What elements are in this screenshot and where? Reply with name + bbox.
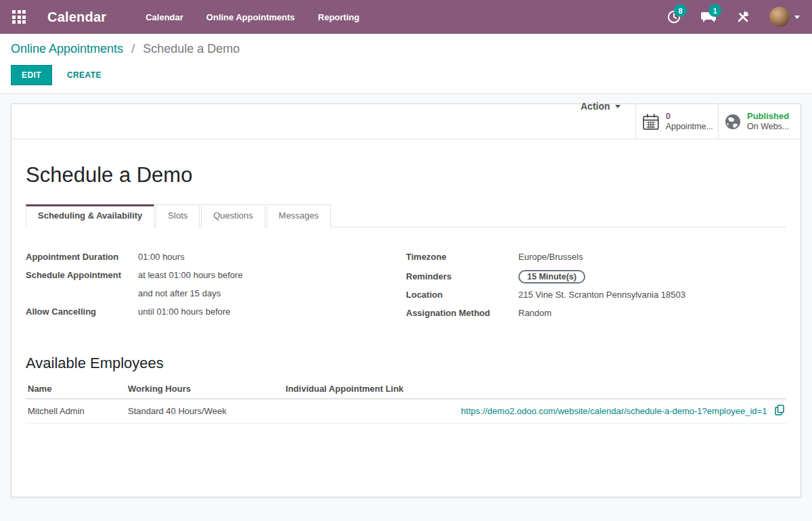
- breadcrumb-current: Schedule a Demo: [143, 42, 240, 55]
- tab-slots[interactable]: Slots: [156, 204, 200, 227]
- field-value: 215 Vine St. Scranton Pennsylvania 18503: [518, 290, 685, 300]
- fields-left-column: Appointment Duration 01:00 hours Schedul…: [26, 252, 406, 326]
- form-card: 0 Appointme... Published On Webs... Sche…: [11, 104, 801, 497]
- nav-item-online-appointments[interactable]: Online Appointments: [206, 12, 295, 22]
- field-allow-cancelling: Allow Cancelling until 01:00 hours befor…: [26, 307, 406, 319]
- field-value: at least 01:00 hours before: [138, 270, 243, 280]
- field-timezone: Timezone Europe/Brussels: [406, 252, 786, 264]
- nav-item-calendar[interactable]: Calendar: [145, 12, 183, 22]
- field-value: Random: [518, 308, 551, 318]
- field-reminders: Reminders 15 Minute(s): [406, 270, 786, 284]
- appointments-label: Appointme...: [666, 122, 713, 133]
- stat-button-box: 0 Appointme... Published On Webs...: [12, 104, 800, 139]
- support-tools-button[interactable]: [735, 9, 751, 25]
- employee-name: Mitchell Admin: [26, 399, 126, 424]
- app-name[interactable]: Calendar: [47, 9, 106, 25]
- field-label: Schedule Appointment: [26, 270, 138, 280]
- published-status: Published: [747, 111, 789, 122]
- field-label: Allow Cancelling: [26, 307, 138, 317]
- edit-button[interactable]: EDIT: [11, 65, 52, 85]
- field-grid: Appointment Duration 01:00 hours Schedul…: [26, 252, 786, 326]
- employee-link-cell: https://demo2.odoo.com/website/calendar/…: [284, 399, 786, 424]
- field-value: until 01:00 hours before: [138, 307, 231, 317]
- control-panel-buttons: EDIT CREATE: [11, 65, 801, 85]
- employees-table-header: Name Working Hours Individual Appointmen…: [26, 379, 786, 399]
- copy-icon[interactable]: [775, 405, 784, 417]
- employee-working-hours: Standard 40 Hours/Week: [126, 399, 284, 424]
- wrench-icon: [736, 9, 750, 24]
- website-label: On Webs...: [747, 122, 789, 133]
- chevron-down-icon: [794, 16, 800, 19]
- field-appointment-duration: Appointment Duration 01:00 hours: [26, 252, 406, 264]
- action-dropdown-label: Action: [581, 101, 610, 112]
- apps-grid-icon: [12, 10, 26, 24]
- column-header-appointment-link[interactable]: Individual Appointment Link: [284, 379, 786, 399]
- breadcrumb: Online Appointments / Schedule a Demo: [11, 42, 801, 56]
- field-value: 01:00 hours: [138, 252, 185, 262]
- tab-questions[interactable]: Questions: [201, 204, 265, 227]
- field-location: Location 215 Vine St. Scranton Pennsylva…: [406, 290, 786, 302]
- message-badge: 1: [708, 4, 721, 17]
- website-stat-text: Published On Webs...: [747, 111, 789, 133]
- user-avatar: [769, 7, 790, 27]
- field-label: Appointment Duration: [26, 252, 138, 262]
- employees-heading: Available Employees: [26, 355, 786, 372]
- column-header-working-hours[interactable]: Working Hours: [126, 379, 284, 399]
- tab-scheduling-availability[interactable]: Scheduling & Availability: [26, 204, 154, 227]
- navbar-systray: 8 1: [666, 7, 812, 27]
- action-dropdown[interactable]: Action: [581, 101, 621, 112]
- activity-badge: 8: [674, 4, 687, 17]
- field-schedule-appointment: Schedule Appointment at least 01:00 hour…: [26, 270, 406, 282]
- nav-item-reporting[interactable]: Reporting: [318, 12, 359, 22]
- breadcrumb-online-appointments[interactable]: Online Appointments: [11, 42, 123, 55]
- field-schedule-appointment-line2: and not after 15 days: [26, 288, 406, 300]
- top-navbar: Calendar Calendar Online Appointments Re…: [0, 0, 812, 34]
- table-row[interactable]: Mitchell Admin Standard 40 Hours/Week ht…: [26, 399, 786, 424]
- activities-button[interactable]: 8: [666, 9, 682, 25]
- field-label: Assignation Method: [406, 308, 518, 318]
- tab-bar: Scheduling & Availability Slots Question…: [26, 204, 786, 227]
- calendar-icon: [641, 112, 660, 131]
- field-label: Reminders: [406, 271, 518, 281]
- tab-messages[interactable]: Messages: [267, 204, 331, 227]
- appointments-stat-button[interactable]: 0 Appointme...: [635, 104, 718, 139]
- field-assignation-method: Assignation Method Random: [406, 308, 786, 320]
- chevron-down-icon: [615, 105, 621, 108]
- reminder-tag[interactable]: 15 Minute(s): [518, 270, 585, 284]
- field-label: Timezone: [406, 252, 518, 262]
- form-sheet: Schedule a Demo Scheduling & Availabilit…: [12, 139, 800, 424]
- user-menu[interactable]: [769, 7, 800, 27]
- page-title: Schedule a Demo: [26, 163, 786, 187]
- create-button[interactable]: CREATE: [67, 70, 102, 80]
- breadcrumb-separator: /: [131, 42, 135, 55]
- employees-table: Name Working Hours Individual Appointmen…: [26, 379, 786, 424]
- website-publish-stat-button[interactable]: Published On Webs...: [718, 104, 800, 139]
- field-value: Europe/Brussels: [518, 252, 583, 262]
- appointments-count: 0: [666, 111, 713, 122]
- fields-right-column: Timezone Europe/Brussels Reminders 15 Mi…: [406, 252, 786, 326]
- appointments-stat-text: 0 Appointme...: [666, 111, 713, 133]
- control-panel: Online Appointments / Schedule a Demo ED…: [0, 34, 812, 94]
- individual-appointment-link[interactable]: https://demo2.odoo.com/website/calendar/…: [461, 406, 767, 416]
- apps-menu-button[interactable]: [0, 0, 38, 34]
- main-menu: Calendar Online Appointments Reporting: [145, 12, 359, 22]
- globe-icon: [724, 113, 742, 131]
- field-label: Location: [406, 290, 518, 300]
- content-area: 0 Appointme... Published On Webs... Sche…: [0, 94, 812, 521]
- column-header-name[interactable]: Name: [26, 379, 126, 399]
- field-value: and not after 15 days: [138, 288, 221, 298]
- messages-button[interactable]: 1: [700, 9, 717, 25]
